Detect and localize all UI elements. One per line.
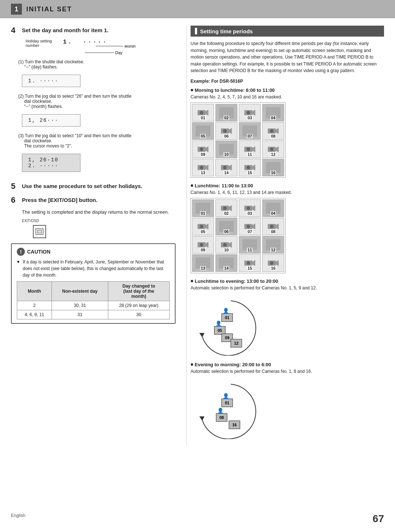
main-layout: 4 Set the day and month for item 1. Holi… (0, 26, 395, 445)
camera-cell-11: 11 (239, 141, 261, 158)
svg-point-56 (247, 225, 250, 228)
svg-marker-73 (252, 260, 255, 266)
evening-morning-cameras: Automatic selection is performed for Cam… (191, 369, 384, 374)
svg-text:01: 01 (225, 401, 229, 405)
display1: 1. ····· (22, 75, 80, 87)
caution-text: If a day is selected in February, April,… (23, 259, 170, 278)
lunchtime-evening-cameras: Automatic selection is performed for Cam… (191, 285, 384, 291)
step5-number: 5 (11, 181, 19, 191)
camera-number: 09 (200, 248, 206, 252)
camera-cell-04: 04 (262, 104, 284, 121)
lunchtime-title: Lunchtime: 11:00 to 13:00 (191, 183, 384, 188)
svg-point-12 (247, 111, 250, 115)
table-col-month: Month (17, 281, 52, 301)
svg-text:👤: 👤 (223, 393, 229, 399)
section-title: Setting time periods (191, 26, 384, 37)
svg-marker-32 (276, 146, 279, 152)
camera-number: 12 (270, 248, 276, 252)
lunchtime-evening-diagram: 01 05 09 12 👤 👤 (194, 293, 384, 357)
svg-point-52 (200, 225, 203, 228)
step4-number: 4 (11, 26, 19, 35)
svg-marker-66 (229, 242, 232, 248)
exit-osd-button-icon (33, 225, 46, 238)
substep1: (1) Turn the shuttle dial clockwise. "--… (18, 59, 176, 70)
camera-cell-14: 14 (215, 159, 237, 176)
camera-number: 01 (200, 116, 206, 120)
bullet-marker: ● (17, 259, 20, 278)
morning-camera-grid: 01020304050607080910111213141516 (191, 102, 286, 178)
lunchtime-evening-title: Lunchtime to evening: 13:00 to 20:00 (191, 278, 384, 284)
svg-marker-38 (229, 165, 232, 171)
substep2-detail1: dial clockwise. (24, 99, 52, 104)
svg-text:Day: Day (115, 50, 123, 55)
camera-number: 09 (200, 152, 206, 157)
caution-table: Month Non-existent day Day changed to(la… (17, 281, 170, 319)
camera-cell-10: 10 (215, 236, 237, 254)
camera-number: 04 (270, 116, 276, 120)
svg-text:16: 16 (232, 423, 237, 427)
camera-number: 01 (200, 211, 206, 216)
svg-marker-60 (276, 224, 279, 229)
svg-marker-77 (199, 333, 204, 337)
svg-point-37 (223, 166, 227, 169)
step4-header: 4 Set the day and month for item 1. (11, 26, 176, 35)
svg-point-21 (270, 129, 274, 133)
camera-cell-01: 01 (192, 199, 214, 217)
caution-title: CAUTION (27, 249, 50, 255)
svg-point-72 (247, 261, 250, 265)
camera-number: 02 (223, 116, 229, 120)
camera-cell-07: 07 (239, 218, 261, 235)
substep3-text: (3) Turn the jog dial to select "10" and… (18, 133, 131, 138)
lunchtime-cameras: Cameras No. 1, 4, 6, 11, 12, 13 and 14 a… (191, 190, 384, 195)
table-col-daychanged: Day changed to(last day of themonth) (108, 281, 169, 301)
camera-number: 06 (223, 229, 229, 234)
section-intro: Use the following procedure to specify f… (191, 40, 384, 74)
camera-number: 07 (247, 134, 253, 138)
header-title: INITIAL SET (26, 5, 72, 13)
table-col-nonexistent: Non-existent day (52, 281, 108, 301)
svg-text:09: 09 (225, 336, 229, 340)
svg-point-75 (270, 261, 274, 265)
evening-morning-diagram: 01 08 16 👤 👤 (194, 377, 384, 440)
svg-point-40 (247, 166, 250, 169)
camera-cell-15: 15 (239, 159, 261, 176)
svg-point-8 (200, 111, 203, 115)
camera-cell-11: 11 (239, 236, 261, 254)
camera-number: 03 (247, 116, 253, 120)
svg-marker-46 (229, 205, 232, 211)
svg-marker-22 (276, 128, 279, 134)
svg-marker-53 (206, 224, 208, 229)
camera-cell-14: 14 (215, 254, 237, 272)
camera-cell-06: 06 (215, 122, 237, 140)
morning-title: Morning to lunchtime: 6:00 to 11:00 (191, 87, 384, 93)
caution-icon: ! (17, 248, 25, 256)
camera-number: 11 (247, 248, 253, 252)
substep2: (2) Turn the jog dial to select "26" and… (18, 94, 176, 109)
svg-marker-35 (206, 165, 208, 171)
header-bar: 1 INITIAL SET (0, 0, 395, 18)
holiday-setting-label: Holiday setting number (26, 39, 52, 48)
camera-number: 03 (247, 211, 253, 216)
camera-cell-07: 07 (239, 122, 261, 140)
camera-cell-05: 05 (192, 122, 214, 140)
step4-diagram: Holiday setting number 1. ····· Month (22, 39, 176, 56)
svg-text:👤: 👤 (223, 308, 229, 314)
camera-cell-09: 09 (192, 141, 214, 158)
step6-header: 6 Press the [EXIT/OSD] button. (11, 195, 176, 205)
substep2-detail2: "--" (month) flashes. (24, 104, 63, 109)
svg-marker-9 (206, 110, 208, 116)
exit-osd-label: EXIT/OSD (22, 219, 176, 223)
camera-cell-01: 01 (192, 104, 214, 121)
svg-point-31 (270, 147, 274, 151)
svg-point-65 (223, 243, 227, 247)
svg-text:👤: 👤 (215, 321, 222, 327)
right-column: Setting time periods Use the following p… (187, 26, 384, 445)
svg-point-62 (200, 243, 203, 247)
camera-cell-12: 12 (262, 236, 284, 254)
camera-number: 16 (270, 266, 276, 270)
camera-number: 08 (270, 229, 276, 234)
camera-cell-06: 06 (215, 218, 237, 235)
svg-marker-29 (252, 146, 255, 152)
camera-number: 14 (223, 266, 229, 270)
camera-number: 13 (200, 171, 206, 175)
